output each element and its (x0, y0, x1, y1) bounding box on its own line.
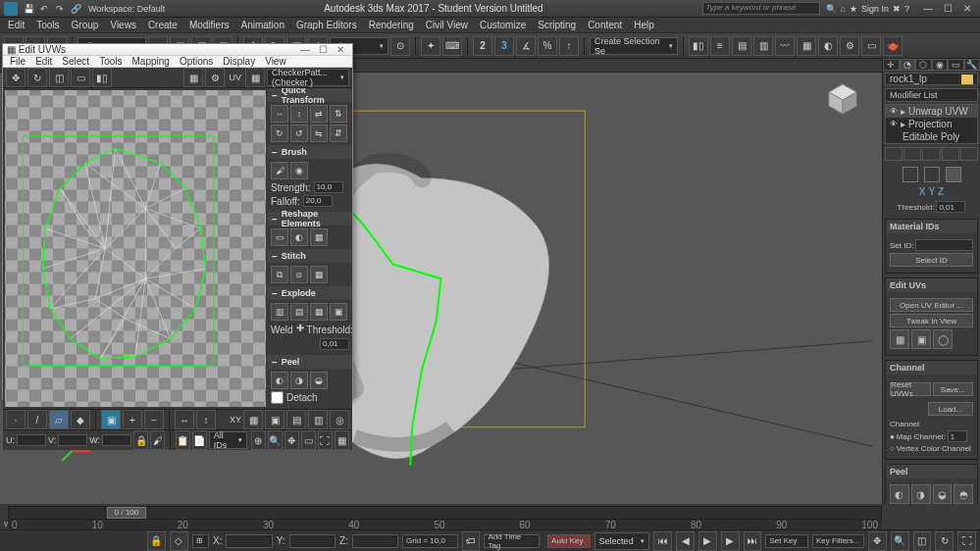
menu-customize[interactable]: Customize (474, 20, 532, 30)
uvview4-icon[interactable]: ▥ (308, 410, 328, 429)
signin-button[interactable]: Sign In (861, 4, 889, 14)
uv-menu-view[interactable]: View (260, 56, 291, 67)
uvpeel1-icon[interactable]: ◐ (271, 372, 288, 389)
viewcube-icon[interactable] (823, 78, 862, 118)
pack-icon[interactable]: ▦ (310, 228, 328, 246)
so-uvvert-icon[interactable]: · (6, 410, 26, 429)
peel4-icon[interactable]: ◓ (954, 484, 973, 504)
uv-menu-tools[interactable]: Tools (94, 56, 127, 67)
pin-stack-icon[interactable] (885, 147, 903, 161)
manipulate-icon[interactable]: ✦ (421, 36, 440, 56)
infocenter-icon[interactable]: 🔍 (826, 4, 837, 14)
object-color-swatch[interactable] (961, 75, 973, 84)
strength-field[interactable]: 10,0 (314, 181, 343, 193)
copy-icon[interactable]: 📋 (176, 430, 190, 450)
save-uvws-button[interactable]: Save... (933, 382, 974, 396)
uv-menu-select[interactable]: Select (57, 56, 94, 67)
workspace-dropdown[interactable]: Workspace: Default (88, 4, 165, 14)
uv-menu-mapping[interactable]: Mapping (128, 56, 175, 67)
uv-grid-icon[interactable]: ▦ (183, 68, 203, 87)
matids-rollout-header[interactable]: Material IDs (886, 220, 977, 233)
hierarchy-tab-icon[interactable]: ⬡ (915, 59, 932, 71)
load-uvws-button[interactable]: Load... (928, 402, 973, 416)
uv-showmap-icon[interactable]: ▦ (245, 68, 265, 87)
menu-create[interactable]: Create (142, 20, 183, 30)
brush-paint-icon[interactable]: 🖌 (271, 162, 288, 179)
uvpeel2-icon[interactable]: ◑ (290, 372, 308, 389)
undo-icon[interactable]: ↶ (37, 2, 51, 16)
angle-snap-icon[interactable]: ∡ (516, 36, 536, 56)
exp2-icon[interactable]: ▤ (290, 303, 308, 321)
snap-3d-icon[interactable]: 3 (494, 36, 514, 56)
keyboard-icon[interactable]: ⌨ (442, 36, 462, 56)
mapchannel-spinner[interactable]: 1 (948, 430, 967, 442)
peel-rollout-header[interactable]: Peel (886, 465, 977, 478)
exchange-icon[interactable]: ✖ (893, 4, 901, 14)
detach-checkbox[interactable] (271, 391, 284, 404)
brush-relax-icon[interactable]: ◉ (290, 162, 308, 179)
qt-rollout[interactable]: Quick Transform (268, 88, 352, 102)
modifier-list-dropdown[interactable]: Modifier List (885, 88, 978, 102)
unique-icon[interactable] (922, 147, 940, 161)
render-icon[interactable]: 🫖 (883, 36, 903, 56)
menu-scripting[interactable]: Scripting (532, 20, 582, 30)
uvzoomreg-icon[interactable]: ▭ (301, 430, 316, 450)
coordmode-icon[interactable]: ⊞ (192, 534, 209, 548)
ring-icon[interactable]: ↕ (196, 410, 216, 429)
uv-rotate-icon[interactable]: ↻ (27, 68, 47, 87)
qt-rot90-icon[interactable]: ↻ (271, 125, 288, 142)
quickplanar-icon[interactable]: ▦ (890, 329, 909, 349)
motion-tab-icon[interactable]: ◉ (932, 59, 949, 71)
quickcyl-icon[interactable]: ◯ (933, 329, 953, 349)
menu-grapheditors[interactable]: Graph Editors (290, 20, 363, 30)
w-field[interactable] (102, 434, 131, 446)
navpan-icon[interactable]: ✥ (868, 531, 887, 551)
isolate-icon[interactable]: ◇ (170, 531, 188, 551)
pivot-icon[interactable]: ⊙ (390, 36, 410, 56)
uv-menu-edit[interactable]: Edit (30, 56, 57, 67)
uv-menu-options[interactable]: Options (175, 56, 218, 67)
curve-editor-icon[interactable]: 〰 (775, 36, 795, 56)
allids-dropdown[interactable]: All IDs (209, 431, 247, 449)
channel-rollout-header[interactable]: Channel (886, 361, 977, 375)
so-edge-icon[interactable] (924, 167, 940, 182)
menu-modifiers[interactable]: Modifiers (183, 20, 235, 30)
qt-spacev-icon[interactable]: ⇅ (330, 105, 347, 123)
uvview3-icon[interactable]: ▤ (286, 410, 306, 429)
reset-uvws-button[interactable]: Reset UVWs (890, 382, 931, 396)
weld-threshold-field[interactable]: 0,01 (320, 338, 349, 350)
qt-flipv-icon[interactable]: ⇵ (330, 125, 347, 142)
exp3-icon[interactable]: ▦ (310, 303, 328, 321)
time-handle[interactable]: 0 / 100 (107, 507, 146, 519)
close-button[interactable]: ✕ (958, 2, 976, 16)
edituvs-rollout-header[interactable]: Edit UVs (886, 278, 977, 292)
peel-uvrollout[interactable]: Peel (268, 355, 352, 369)
ribbon-icon[interactable]: ▥ (753, 36, 773, 56)
uv-move-icon[interactable]: ✥ (6, 68, 26, 87)
stitch3-icon[interactable]: ▦ (310, 266, 328, 283)
menu-content[interactable]: Content (582, 20, 628, 30)
menu-edit[interactable]: Edit (2, 20, 30, 30)
uvfit-icon[interactable]: ⛶ (318, 430, 333, 450)
schematic-icon[interactable]: ▦ (797, 36, 816, 56)
threshold-spinner[interactable]: 0,01 (936, 201, 965, 213)
menu-group[interactable]: Group (66, 20, 105, 30)
peel3-icon[interactable]: ◒ (933, 484, 953, 504)
reshape-rollout[interactable]: Reshape Elements (268, 212, 352, 225)
uv-scale-icon[interactable]: ◫ (49, 68, 69, 87)
object-name-field[interactable]: rock1_lp (885, 73, 978, 85)
uv-freeform-icon[interactable]: ▭ (71, 68, 90, 87)
open-uv-editor-button[interactable]: Open UV Editor ... (890, 298, 973, 312)
uvview5-icon[interactable]: ◎ (330, 410, 349, 429)
uv-options-icon[interactable]: ⚙ (205, 68, 225, 87)
uv-minimize-button[interactable]: — (297, 44, 313, 55)
falloff-field[interactable]: 20,0 (303, 195, 333, 207)
uvzoom1-icon[interactable]: ⊕ (251, 430, 266, 450)
timetag-icon[interactable]: 🏷 (462, 531, 481, 551)
subscription-icon[interactable]: ⌂ (841, 4, 846, 14)
so-uvface-icon[interactable]: ▱ (49, 410, 69, 429)
redo-icon[interactable]: ↷ (53, 2, 67, 16)
utilities-tab-icon[interactable]: 🔧 (964, 59, 981, 71)
goto-start-icon[interactable]: ⏮ (653, 531, 672, 551)
spinner-snap-icon[interactable]: ↕ (559, 36, 579, 56)
